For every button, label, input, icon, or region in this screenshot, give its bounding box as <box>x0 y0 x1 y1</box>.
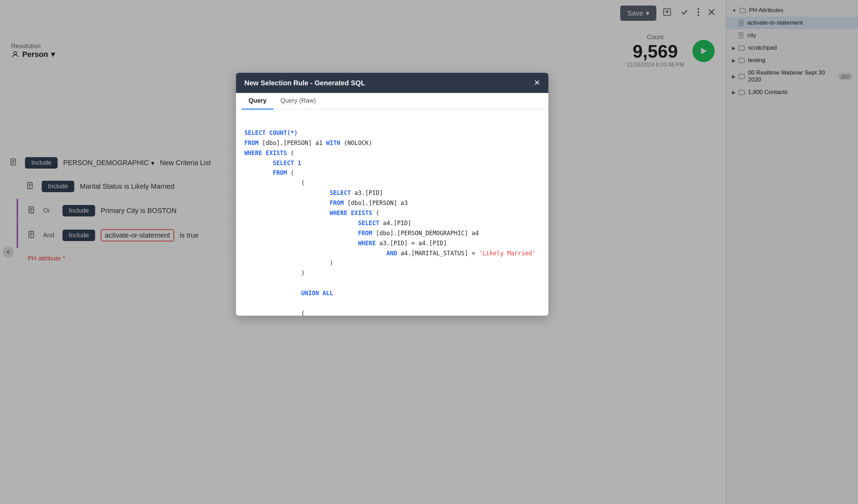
modal-title: New Selection Rule - Generated SQL <box>244 79 365 87</box>
modal-tabs: Query Query (Raw) <box>236 93 548 110</box>
sql-content: SELECT COUNT(*) FROM [dbo].[PERSON] a1 W… <box>236 110 548 316</box>
sql-code-block: SELECT COUNT(*) FROM [dbo].[PERSON] a1 W… <box>244 118 540 316</box>
tab-query[interactable]: Query <box>242 93 274 110</box>
modal-close-button[interactable]: ✕ <box>534 78 540 87</box>
modal-overlay: New Selection Rule - Generated SQL ✕ Que… <box>0 0 858 504</box>
modal-header: New Selection Rule - Generated SQL ✕ <box>236 73 548 93</box>
tab-query-raw[interactable]: Query (Raw) <box>274 93 323 110</box>
sql-modal: New Selection Rule - Generated SQL ✕ Que… <box>236 73 548 316</box>
